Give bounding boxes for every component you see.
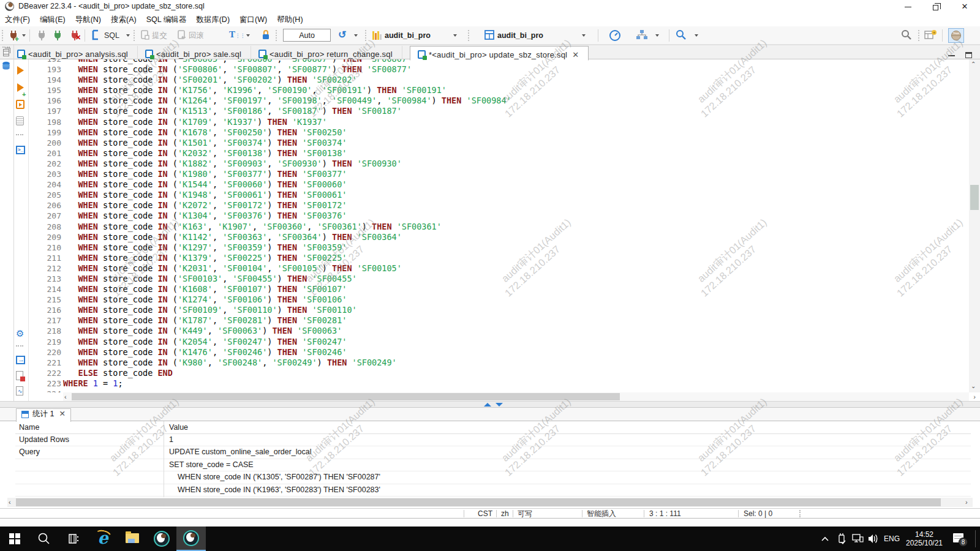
horizontal-scroll-thumb[interactable]	[72, 393, 620, 400]
sql-dropdown[interactable]	[126, 34, 130, 37]
script-log-icon[interactable]	[16, 386, 23, 395]
code-line[interactable]: 209 WHEN store_code IN ('K1142', 'SF0036…	[28, 232, 969, 242]
code-line[interactable]: 218 WHEN store_code IN ('K449', 'SF00063…	[28, 326, 969, 336]
scroll-left-icon[interactable]: ‹	[9, 498, 11, 506]
table-row[interactable]: WHEN store_code IN ('K1305', 'SF00287') …	[15, 471, 971, 484]
panel-sash[interactable]	[0, 401, 980, 408]
rollback-icon[interactable]	[176, 29, 187, 42]
show-desktop-divider[interactable]	[975, 530, 976, 547]
minimize-panel-icon[interactable]	[496, 403, 503, 407]
code-line[interactable]: 214 WHEN store_code IN ('K1608', 'SF0010…	[28, 284, 969, 294]
code-line[interactable]: 194 WHEN store_code IN ('SF00201', 'SF00…	[28, 75, 969, 85]
scroll-up-icon[interactable]: ⌃	[971, 61, 976, 67]
status-item[interactable]: zh	[501, 509, 509, 519]
code-line[interactable]: 203 WHEN store_code IN ('K1980', 'SF0037…	[28, 169, 969, 179]
transaction-mode-icon[interactable]: T⋮⋮	[229, 29, 245, 42]
code-line[interactable]: 219 WHEN store_code IN ('K2054', 'SF0024…	[28, 337, 969, 347]
code-line[interactable]: 201 WHEN store_code IN ('K2032', 'SF0013…	[28, 148, 969, 159]
code-line[interactable]: 205 WHEN store_code IN ('K1948', 'SF0006…	[28, 190, 969, 200]
sql-editor[interactable]: 192 WHEN store_code IN ('SF00805', 'SF00…	[28, 59, 969, 392]
menu-item[interactable]: SQL 编辑器	[146, 15, 187, 25]
volume-icon[interactable]	[867, 527, 882, 551]
execute-statement-icon[interactable]	[17, 66, 24, 75]
menu-item[interactable]: 帮助(H)	[277, 15, 303, 25]
connection-db-icon[interactable]	[372, 29, 385, 42]
close-button[interactable]: ✕	[954, 0, 975, 13]
history-dropdown[interactable]	[354, 34, 358, 37]
status-item[interactable]: CST	[478, 509, 492, 519]
network-icon[interactable]	[851, 527, 866, 551]
history-icon[interactable]: ↺	[338, 29, 350, 42]
connection-select[interactable]: audit_bi_pro	[385, 29, 431, 42]
status-item[interactable]: 3 : 1 : 111	[649, 509, 681, 519]
code-line[interactable]: 195 WHEN store_code IN ('K1756', 'K1996'…	[28, 85, 969, 96]
scroll-down-icon[interactable]: ⌄	[971, 383, 976, 389]
database-navigator-icon[interactable]	[1, 61, 11, 71]
menu-item[interactable]: 编辑(E)	[40, 15, 66, 25]
editor-tab[interactable]: <audit_bi_pro> sale.sql	[138, 46, 251, 60]
new-connection-dropdown[interactable]	[22, 34, 26, 37]
code-line[interactable]: 200 WHEN store_code IN ('K1501', 'SF0037…	[28, 138, 969, 148]
editor-tab[interactable]: <audit_bi_pro> return_change.sql	[251, 46, 402, 60]
editor-horizontal-scrollbar[interactable]: ‹	[63, 392, 969, 401]
close-tab-icon[interactable]: ✕	[59, 410, 65, 418]
reconnect-icon[interactable]	[51, 29, 65, 42]
column-value[interactable]: Value	[169, 423, 188, 432]
code-line[interactable]: 197 WHEN store_code IN ('K1513', 'SF0018…	[28, 106, 969, 116]
plan-dropdown[interactable]	[655, 34, 659, 37]
table-row[interactable]: SET store_code = CASE	[15, 459, 971, 471]
code-line[interactable]: 213 WHEN store_code IN ('SF00103', 'SF00…	[28, 274, 969, 284]
maximize-panel-icon[interactable]	[484, 403, 491, 407]
code-line[interactable]: 207 WHEN store_code IN ('K1304', 'SF0037…	[28, 211, 969, 221]
lock-icon[interactable]	[261, 29, 272, 42]
editor-tab[interactable]: <audit_bi_pro> analysis.sql	[10, 46, 138, 60]
new-connection-icon[interactable]: +	[7, 29, 21, 42]
code-line[interactable]: 217 WHEN store_code IN ('K1787', 'SF0028…	[28, 315, 969, 326]
code-line[interactable]: 196 WHEN store_code IN ('K1264', 'SF0019…	[28, 96, 969, 106]
scroll-right-icon[interactable]: ›	[969, 392, 980, 401]
column-name[interactable]: Name	[19, 423, 39, 432]
menu-item[interactable]: 窗口(W)	[239, 15, 267, 25]
code-line[interactable]: 210 WHEN store_code IN ('K1297', 'SF0035…	[28, 242, 969, 253]
results-scroll-thumb[interactable]	[16, 498, 941, 506]
results-horizontal-scrollbar[interactable]: ‹ ›	[7, 498, 973, 507]
language-indicator[interactable]: ENG	[884, 527, 902, 551]
table-row[interactable]: Updated Rows1	[15, 434, 971, 446]
execution-plan-icon[interactable]	[636, 29, 649, 42]
code-line[interactable]: 208 WHEN store_code IN ('K163', 'K1907',…	[28, 222, 969, 232]
schema-table-icon[interactable]	[484, 29, 496, 42]
code-line[interactable]: 211 WHEN store_code IN ('K1379', 'SF0022…	[28, 253, 969, 263]
status-item[interactable]: Sel: 0 | 0	[744, 509, 772, 519]
clock[interactable]: 14:52 2025/10/21	[902, 527, 946, 551]
transaction-dropdown[interactable]	[246, 34, 250, 37]
usb-device-icon[interactable]	[837, 527, 850, 551]
table-row[interactable]: QueryUPDATE custom_online_sale_order_loc…	[15, 446, 971, 459]
notification-icon[interactable]: 8	[953, 527, 974, 551]
search-dropdown[interactable]	[695, 34, 698, 37]
sql-editor-icon[interactable]	[91, 29, 103, 42]
restore-button[interactable]	[925, 0, 946, 13]
code-line[interactable]: 223WHERE 1 = 1;	[28, 378, 969, 389]
execute-script-icon[interactable]	[16, 100, 24, 109]
editor-vertical-scrollbar[interactable]: ⌃ ⌄	[969, 59, 980, 392]
code-line[interactable]: 198 WHEN store_code IN ('K1709', 'K1937'…	[28, 117, 969, 127]
autocommit-select[interactable]: Auto	[283, 29, 331, 42]
code-line[interactable]: 212 WHEN store_code IN ('K2031', 'SF0010…	[28, 263, 969, 274]
code-line[interactable]: 222 ELSE store_code END	[28, 368, 969, 378]
restore-pane-icon[interactable]	[3, 51, 9, 56]
statistics-tab[interactable]: 统计 1✕	[16, 408, 71, 422]
quick-search-icon[interactable]	[900, 29, 914, 42]
menu-item[interactable]: 数据库(D)	[196, 15, 230, 25]
editor-tab[interactable]: *<audit_bi_pro> update_sbz_store.sql✕	[410, 46, 589, 61]
schema-select[interactable]: audit_bi_pro	[497, 29, 543, 42]
execute-new-tab-icon[interactable]	[17, 83, 24, 92]
menu-item[interactable]: 导航(N)	[75, 15, 101, 25]
schema-dropdown[interactable]	[582, 34, 586, 37]
code-line[interactable]: 216 WHEN store_code IN ('SF00109', 'SF00…	[28, 305, 969, 315]
code-line[interactable]: 193 WHEN store_code IN ('SF00806', 'SF00…	[28, 64, 969, 75]
tray-expand-icon[interactable]	[821, 527, 834, 551]
export-data-icon[interactable]	[16, 356, 25, 364]
close-tab-icon[interactable]: ✕	[572, 50, 579, 59]
scroll-right-icon[interactable]: ›	[965, 498, 968, 506]
status-item[interactable]: 可写	[518, 509, 532, 519]
